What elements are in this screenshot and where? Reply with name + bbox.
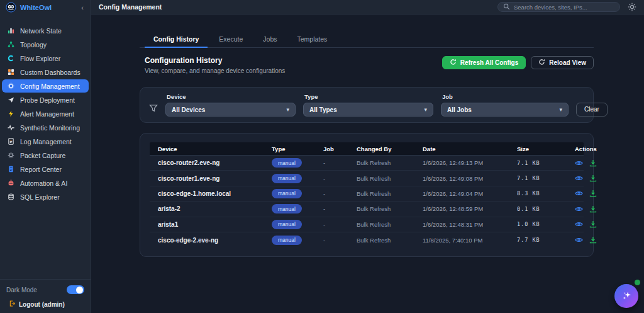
tab-bar: Config History Execute Jobs Templates: [140, 33, 594, 48]
tab-config-history[interactable]: Config History: [145, 33, 208, 48]
size-cell: 7.1 KB: [509, 160, 567, 166]
view-config-button[interactable]: [575, 220, 583, 228]
sidebar-item-log-management[interactable]: Log Management: [2, 135, 89, 148]
device-name: cisco-router1.eve-ng: [150, 175, 264, 182]
column-header-actions: Actions: [567, 145, 603, 152]
date-cell: 1/6/2026, 12:48:59 PM: [414, 205, 509, 212]
config-history-table: Device Type Job Changed By Date Size Act…: [140, 133, 594, 257]
device-name: cisco-edge-1.home.local: [150, 190, 264, 197]
changed-by-cell: Bulk Refresh: [348, 205, 414, 212]
download-config-button[interactable]: [589, 220, 597, 228]
device-name: cisco-router2.eve-ng: [150, 159, 264, 166]
sidebar-item-network-state[interactable]: Network State: [2, 24, 89, 37]
logout-button[interactable]: Logout (admin): [6, 300, 84, 308]
report-document-icon: [7, 166, 15, 173]
refresh-all-configs-button[interactable]: Refresh All Configs: [442, 56, 526, 69]
view-config-button[interactable]: [575, 159, 583, 167]
sidebar-item-label: Probe Deployment: [20, 96, 75, 104]
type-filter-select[interactable]: All Types ▾: [303, 103, 433, 117]
size-cell: 7.1 KB: [509, 175, 567, 181]
chevron-down-icon: ▾: [559, 106, 562, 113]
sidebar-item-label: Automation & AI: [20, 179, 67, 187]
sidebar-item-flow-explorer[interactable]: Flow Explorer: [2, 52, 89, 65]
job-cell: -: [315, 237, 348, 244]
view-config-button[interactable]: [575, 174, 583, 182]
view-config-button[interactable]: [575, 190, 583, 197]
download-config-button[interactable]: [589, 190, 597, 197]
date-cell: 1/6/2026, 12:49:04 PM: [414, 190, 509, 197]
lightning-bolt-icon: [7, 110, 15, 118]
clear-filters-button[interactable]: Clear: [576, 103, 608, 117]
topology-icon: [7, 41, 15, 48]
view-config-button[interactable]: [575, 205, 583, 213]
sidebar-item-label: Synthetic Monitoring: [20, 124, 80, 132]
sidebar-item-automation-ai[interactable]: Automation & AI: [2, 176, 89, 190]
sidebar-item-custom-dashboards[interactable]: Custom Dashboards: [2, 65, 89, 79]
device-name: arista1: [150, 221, 264, 228]
logout-label: Logout (admin): [19, 301, 65, 308]
device-filter-value: All Devices: [172, 106, 281, 113]
sidebar-item-alert-management[interactable]: Alert Management: [2, 107, 89, 120]
ai-assistant-button[interactable]: [614, 284, 638, 308]
job-filter-select[interactable]: All Jobs ▾: [441, 103, 569, 117]
device-filter-label: Device: [165, 93, 296, 100]
search-icon: [503, 3, 510, 11]
sidebar-item-config-management[interactable]: Config Management: [2, 79, 89, 93]
date-cell: 1/6/2026, 12:49:13 PM: [414, 159, 509, 166]
sidebar-item-label: Network State: [20, 27, 62, 35]
download-config-button[interactable]: [589, 174, 597, 182]
sidebar-item-synthetic-monitoring[interactable]: Synthetic Monitoring: [2, 121, 89, 134]
logout-icon: [9, 300, 15, 308]
sidebar-collapse-button[interactable]: ‹: [79, 4, 86, 11]
download-config-button[interactable]: [589, 236, 597, 244]
device-filter-select[interactable]: All Devices ▾: [165, 103, 296, 117]
robot-icon: [7, 179, 15, 187]
section-subtitle: View, compare, and manage device configu…: [145, 67, 285, 74]
type-badge: manual: [272, 236, 302, 245]
sidebar-item-probe-deployment[interactable]: Probe Deployment: [2, 93, 89, 106]
settings-gear-icon[interactable]: [628, 3, 636, 11]
view-config-button[interactable]: [575, 236, 583, 244]
table-row: cisco-edge-1.home.local manual - Bulk Re…: [150, 186, 584, 202]
sidebar-item-sql-explorer[interactable]: SQL Explorer: [2, 190, 89, 203]
main-content: Config History Execute Jobs Templates Co…: [91, 14, 644, 313]
table-header-row: Device Type Job Changed By Date Size Act…: [150, 142, 584, 156]
tab-execute[interactable]: Execute: [210, 33, 252, 48]
download-config-button[interactable]: [589, 159, 597, 167]
date-cell: 1/6/2026, 12:48:31 PM: [414, 221, 509, 228]
status-dot: [635, 280, 640, 285]
reload-view-button[interactable]: Reload View: [531, 56, 594, 69]
table-row: arista-2 manual - Bulk Refresh 1/6/2026,…: [150, 202, 584, 217]
column-header-changed-by: Changed By: [348, 145, 414, 152]
sidebar-item-topology[interactable]: Topology: [2, 38, 89, 51]
sidebar-item-label: Report Center: [20, 166, 62, 173]
table-row: cisco-edge-2.eve-ng manual - Bulk Refres…: [150, 232, 584, 248]
sidebar-item-packet-capture[interactable]: Packet Capture: [2, 149, 89, 162]
download-config-button[interactable]: [589, 205, 597, 213]
job-cell: -: [315, 159, 348, 166]
changed-by-cell: Bulk Refresh: [348, 175, 414, 182]
column-header-date: Date: [414, 145, 509, 152]
date-cell: 11/8/2025, 7:40:10 PM: [414, 237, 509, 244]
changed-by-cell: Bulk Refresh: [348, 190, 414, 197]
global-search[interactable]: [497, 2, 620, 12]
sidebar-item-label: Alert Management: [20, 110, 74, 118]
job-cell: -: [315, 221, 348, 228]
search-input[interactable]: [514, 4, 614, 11]
sidebar-item-report-center[interactable]: Report Center: [2, 162, 89, 176]
type-badge: manual: [272, 220, 302, 229]
type-badge: manual: [272, 189, 302, 198]
job-cell: -: [315, 205, 348, 212]
size-cell: 8.3 KB: [509, 190, 567, 196]
dark-mode-toggle[interactable]: [67, 285, 84, 294]
chevron-down-icon: ▾: [424, 106, 427, 113]
toggle-knob: [76, 287, 83, 293]
sidebar-item-label: SQL Explorer: [20, 193, 60, 201]
sparkle-icon: [621, 290, 632, 302]
brand-row: WhiteOwl ‹: [0, 0, 91, 14]
filter-panel: Device All Devices ▾ Type All Types ▾ Jo…: [140, 87, 594, 123]
column-header-type: Type: [264, 145, 315, 152]
tab-templates[interactable]: Templates: [288, 33, 336, 48]
tab-jobs[interactable]: Jobs: [254, 33, 286, 48]
type-badge: manual: [272, 158, 302, 168]
